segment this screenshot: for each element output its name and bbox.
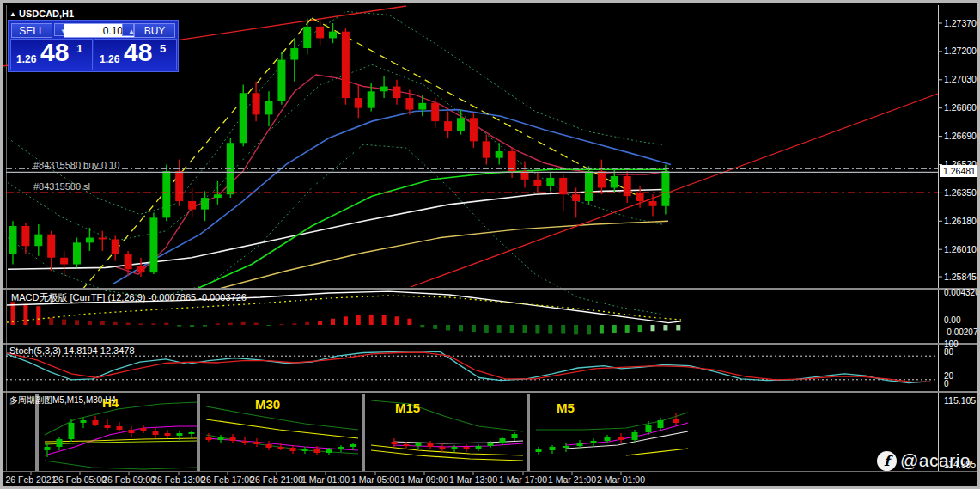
- timeframe-label-m5: M5: [557, 400, 575, 415]
- time-axis-label: 1 Mar 17:00: [499, 474, 547, 485]
- multi-timeframe-panel[interactable]: [5, 393, 975, 471]
- price-scale-label: 1.26350: [944, 187, 977, 198]
- sell-price-sup: 1: [76, 42, 82, 55]
- timeframe-label-m15: M15: [395, 400, 420, 415]
- separator[interactable]: [3, 391, 980, 393]
- time-axis-label: 1 Mar 01:00: [301, 474, 350, 485]
- time-axis-label: 1 Mar 09:00: [400, 474, 448, 485]
- time-axis-label: 26 Feb 2021: [6, 474, 57, 485]
- sell-quote[interactable]: 1.26 48 1: [10, 39, 93, 70]
- time-axis-label: 26 Feb 17:00: [201, 474, 254, 485]
- time-axis-label: 2 Mar 01:00: [597, 474, 645, 485]
- time-axis-label: 1 Mar 13:00: [449, 474, 497, 485]
- buy-price-big: 48: [124, 38, 152, 67]
- price-scale-label: 1.27370: [944, 18, 977, 28]
- time-axis-label: 1 Mar 05:00: [351, 474, 399, 485]
- price-scale-label: 1.26860: [944, 102, 977, 113]
- buy-button[interactable]: BUY: [134, 23, 175, 38]
- symbol-label: ▲ USDCAD,H1: [9, 9, 74, 19]
- timeframe-label-m30: M30: [255, 397, 280, 412]
- multi-tf-label: 多周期副图M5,M15,M30,H4: [9, 394, 116, 406]
- stoch-panel[interactable]: [5, 345, 975, 391]
- time-axis-label: 26 Feb 21:00: [250, 474, 303, 485]
- current-price-box: 1.26481: [940, 165, 980, 177]
- sell-price-small: 1.26: [16, 53, 36, 65]
- price-scale-label: 1.26690: [944, 131, 977, 141]
- mini-scale-top: 115.105: [944, 395, 976, 406]
- watermark-handle: @acario: [900, 450, 971, 471]
- time-axis-label: 26 Feb 05:00: [53, 474, 107, 485]
- buy-quote[interactable]: 1.26 48 5: [94, 39, 177, 70]
- buy-price-sup: 5: [160, 42, 166, 55]
- separator[interactable]: [3, 343, 980, 345]
- buy-price-small: 1.26: [100, 53, 119, 65]
- sell-button[interactable]: SELL: [11, 23, 52, 38]
- macd-scale-label: 0.0043203: [944, 288, 980, 297]
- symbol-triangle-icon: ▲: [9, 10, 16, 18]
- macd-label: MACD无极版 [CurrTF] (12,26,9) -0.0007865 -0…: [11, 291, 247, 304]
- separator: [3, 471, 980, 472]
- symbol-text: USDCAD,H1: [19, 9, 74, 19]
- timeframe-label-h4: H4: [102, 395, 119, 410]
- sell-price-big: 48: [40, 38, 69, 67]
- stoch-scale-label: 80: [944, 347, 953, 357]
- price-scale-label: 1.26180: [944, 216, 977, 226]
- time-axis-label: 26 Feb 09:00: [102, 474, 155, 485]
- time-axis-label: 1 Mar 21:00: [548, 474, 596, 485]
- stoch-scale-label: 0: [944, 379, 949, 388]
- price-scale-label: 1.26010: [944, 244, 977, 254]
- buy-order-label: #84315580 buy 0.10: [33, 160, 119, 170]
- sl-order-label: #84315580 sl: [33, 181, 90, 192]
- watermark: f @acario: [877, 450, 971, 471]
- terminal-window: ▲ USDCAD,H1 SELL ▼ ▲ BUY 1.26 48 1 1.26 …: [0, 0, 980, 489]
- volume-up-button[interactable]: ▲: [122, 23, 134, 36]
- acario-logo-icon: f: [877, 451, 897, 471]
- separator[interactable]: [3, 288, 980, 290]
- stoch-label: Stoch(5,3,3) 14.8194 12.3478: [9, 345, 135, 356]
- macd-scale-label: 0.00: [944, 315, 960, 325]
- price-scale-label: 1.27200: [944, 46, 977, 56]
- one-click-trade-panel: SELL ▼ ▲ BUY 1.26 48 1 1.26 48 5: [8, 20, 179, 72]
- time-axis-label: 26 Feb 13:00: [152, 474, 205, 485]
- price-scale-label: 1.25845: [944, 272, 977, 282]
- macd-scale-label: -0.0020777: [944, 327, 980, 337]
- price-scale-label: 1.27030: [944, 74, 977, 84]
